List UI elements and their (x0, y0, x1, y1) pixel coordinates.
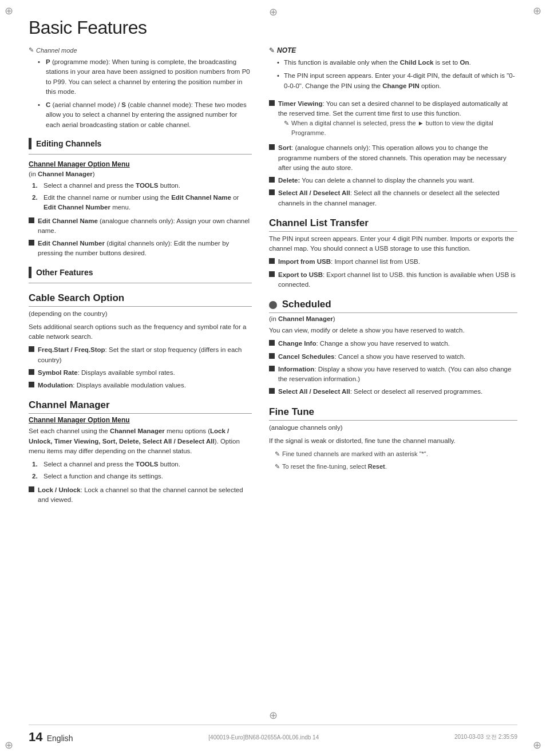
lock-unlock-text: Lock / Unlock: Lock a channel so that th… (38, 485, 252, 505)
sq-bullet (269, 100, 275, 106)
fine-tune-note-1-text: Fine tuned channels are marked with an a… (282, 449, 428, 459)
sq-bullet (29, 240, 34, 246)
note-section: NOTE This function is available only whe… (269, 46, 517, 91)
channel-manager-bold: Channel Manager (110, 428, 165, 434)
note-title: NOTE (269, 46, 517, 54)
timer-viewing-content: Timer Viewing: You can set a desired cha… (278, 99, 517, 141)
edit-channel-number-item: Edit Channel Number (digital channels on… (29, 239, 252, 259)
channel-manager-items: Lock / Unlock: Lock a channel so that th… (29, 485, 252, 505)
fine-tune-sub-note: (analogue channels only) (269, 423, 517, 433)
page-number: 14 (29, 730, 42, 744)
select-all-item: Select All / Deselect All: Select all th… (269, 188, 517, 208)
import-usb-text: Import from USB: Import channel list fro… (278, 257, 420, 267)
cm-step-2-text: Select a function and change its setting… (43, 472, 163, 481)
other-features-heading: Other Features (29, 267, 252, 278)
cancel-schedules-text: Cancel Schedules: Cancel a show you have… (278, 352, 465, 362)
step-2-number: 2. (32, 193, 40, 213)
sq-bullet (269, 271, 275, 277)
sq-bullet (269, 177, 275, 183)
scheduled-body: You can view, modify or delete a show yo… (269, 326, 517, 335)
fine-tune-title: Fine Tune (269, 406, 517, 421)
sq-bullet (29, 217, 34, 223)
channel-mode-s-letter: S (121, 101, 126, 108)
channel-list-transfer-items: Import from USB: Import channel list fro… (269, 257, 517, 290)
scheduled-title-text: Scheduled (282, 299, 331, 310)
fine-tune-pencil-note-1: Fine tuned channels are marked with an a… (269, 449, 517, 459)
channel-manager-body: Set each channel using the Channel Manag… (29, 426, 252, 456)
cancel-schedules-item: Cancel Schedules: Cancel a show you have… (269, 352, 517, 362)
step-1-number: 1. (32, 181, 40, 191)
editing-channels-title: Editing Channels (36, 139, 101, 148)
other-features-divider (29, 283, 252, 283)
import-usb-item: Import from USB: Import channel list fro… (269, 257, 517, 267)
note-bullet-1: This function is available only when the… (277, 58, 517, 68)
channel-mode-c-letter: C (46, 101, 50, 108)
modulation-item: Modulation: Displays available modulatio… (29, 381, 252, 390)
page: ⊕ ⊕ ⊕ Basic Features Channel mode P (pro… (0, 0, 546, 756)
right-column: NOTE This function is available only whe… (269, 46, 517, 508)
section-bar-other (29, 267, 31, 278)
edit-channel-name-text: Edit Channel Name (analogue channels onl… (38, 216, 252, 236)
sort-text: Sort: (analogue channels only): This ope… (278, 143, 517, 173)
editing-step-2: 2. Edit the channel name or number using… (32, 193, 252, 213)
information-item: Information: Display a show you have res… (269, 365, 517, 385)
editing-channels-divider (29, 154, 252, 155)
select-all-scheduled-item: Select All / Deselect All: Select or des… (269, 387, 517, 397)
sq-bullet (29, 369, 34, 375)
footer-file: [400019-Euro]BN68-02655A-00L06.indb 14 (208, 734, 319, 741)
sq-bullet (269, 189, 275, 195)
editing-channels-manager-text: Channel Manager (38, 171, 93, 177)
corner-mark-br: ⊕ (533, 739, 541, 751)
cm-step-1-number: 1. (32, 460, 40, 469)
symbol-rate-text: Symbol Rate: Displays available symbol r… (38, 368, 175, 378)
other-features-title: Other Features (36, 268, 93, 277)
fine-tune-body: If the signal is weak or distorted, fine… (269, 436, 517, 446)
channel-manager-sub-heading: Channel Manager Option Menu (29, 416, 252, 424)
corner-mark-tr: ⊕ (533, 5, 541, 17)
information-text: Information: Display a show you have res… (278, 365, 517, 385)
fine-tune-note-2-text: To reset the fine-tuning, select Reset. (282, 462, 387, 472)
select-all-text: Select All / Deselect All: Select all th… (278, 188, 517, 208)
channel-list-transfer-body: The PIN input screen appears. Enter your… (269, 234, 517, 254)
scheduled-in-note: (in Channel Manager) (269, 315, 517, 322)
editing-step-1: 1. Select a channel and press the TOOLS … (32, 181, 252, 191)
export-usb-item: Export to USB: Export channel list to US… (269, 270, 517, 290)
scheduled-items: Change Info: Change a show you have rese… (269, 339, 517, 397)
cable-search-title: Cable Search Option (29, 292, 252, 307)
scheduled-manager: Channel Manager (278, 315, 333, 322)
change-info-item: Change Info: Change a show you have rese… (269, 339, 517, 349)
editing-channels-heading: Editing Channels (29, 138, 252, 149)
scheduled-icon (269, 301, 277, 309)
sq-bullet (269, 340, 275, 346)
select-all-scheduled-text: Select All / Deselect All: Select or des… (278, 387, 482, 397)
export-usb-text: Export to USB: Export channel list to US… (278, 270, 517, 290)
sq-bullet (269, 388, 275, 394)
page-language: English (45, 734, 73, 743)
cable-search-items: Freq.Start / Freq.Stop: Set the start or… (29, 345, 252, 390)
fine-tune-pencil-note-2: To reset the fine-tuning, select Reset. (269, 462, 517, 472)
channel-mode-label: Channel mode (29, 46, 252, 54)
cm-step-2-number: 2. (32, 472, 40, 481)
channel-manager-steps: 1. Select a channel and press the TOOLS … (29, 460, 252, 482)
channel-mode-c-text: (aerial channel mode) / (53, 101, 122, 108)
sq-bullet (269, 144, 275, 150)
sq-bullet (269, 366, 275, 371)
editing-channels-steps: 1. Select a channel and press the TOOLS … (29, 181, 252, 213)
lock-unlock-item: Lock / Unlock: Lock a channel so that th… (29, 485, 252, 505)
content-area: Channel mode P (programme mode): When tu… (29, 46, 517, 508)
delete-item: Delete: You can delete a channel to disp… (269, 176, 517, 185)
timer-viewing-list: Timer Viewing: You can set a desired cha… (269, 99, 517, 208)
editing-channels-in-note: (in Channel Manager) (29, 171, 252, 177)
scheduled-title: Scheduled (269, 299, 517, 313)
corner-mark-tl: ⊕ (5, 5, 13, 17)
cable-search-sub-note: (depending on the country) (29, 309, 252, 319)
note-bullet-2-text: The PIN input screen appears. Enter your… (284, 72, 515, 89)
left-column: Channel mode P (programme mode): When tu… (29, 46, 252, 508)
timer-viewing-text: Timer Viewing: You can set a desired cha… (278, 100, 508, 117)
footer-left: 14 English (29, 730, 73, 745)
channel-manager-title: Channel Manager (29, 399, 252, 414)
section-bar (29, 138, 31, 149)
page-title: Basic Features (29, 17, 517, 38)
delete-text: Delete: You can delete a channel to disp… (278, 176, 474, 185)
sort-item: Sort: (analogue channels only): This ope… (269, 143, 517, 173)
